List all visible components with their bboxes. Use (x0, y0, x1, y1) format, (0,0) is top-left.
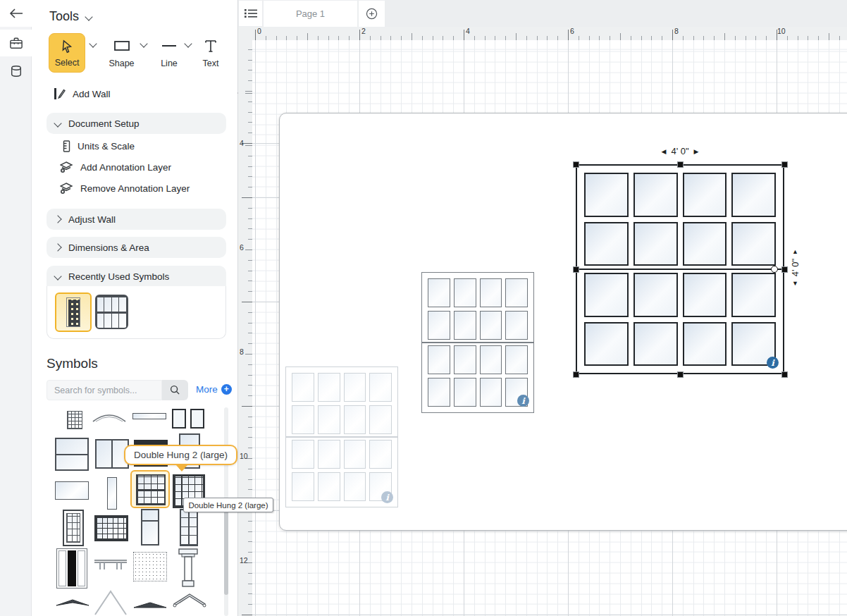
add-annotation-layer-item[interactable]: Add Annotation Layer (60, 161, 171, 173)
shape-dropdown-chevron-icon[interactable] (140, 39, 147, 47)
symbol-glazed-door[interactable] (63, 510, 84, 546)
window-pane (633, 273, 678, 317)
symbol-double-window[interactable] (55, 438, 89, 471)
toolbox-button[interactable] (0, 30, 32, 56)
layer-add-icon (60, 161, 73, 173)
document-setup-header: Document Setup (68, 118, 140, 129)
symbol-open-casement[interactable] (171, 407, 205, 429)
shape-tool-button[interactable]: Shape (102, 33, 141, 73)
symbol-search-input[interactable] (47, 380, 162, 400)
line-tool-button[interactable]: Line (152, 33, 187, 73)
add-wall-button[interactable]: Add Wall (54, 87, 111, 100)
window-pane (318, 373, 340, 402)
window-pane (318, 440, 340, 469)
recent-symbol-window[interactable] (95, 295, 128, 329)
info-icon[interactable]: i (767, 357, 779, 369)
units-scale-item[interactable]: Units & Scale (63, 140, 135, 152)
arrow-right-icon: ▶ (694, 148, 699, 155)
resize-handle-sw[interactable] (573, 371, 579, 378)
back-button[interactable] (0, 0, 32, 27)
section-recently-used[interactable]: Recently Used Symbols (47, 266, 226, 287)
window-pane (683, 222, 727, 266)
text-tool-label: Text (203, 58, 219, 68)
resize-handle-n[interactable] (677, 161, 684, 168)
window-pane (292, 373, 314, 402)
drawing-canvas[interactable]: i i i ◀ 4' 0" ▶ (252, 40, 847, 616)
info-icon[interactable]: i (517, 395, 529, 407)
search-icon (170, 385, 180, 395)
vertical-ruler: 4 6 8 10 12 (238, 40, 252, 616)
app-window: Tools Select Shape Line Text Add Wall (0, 0, 847, 616)
symbol-roof-chevron[interactable] (172, 593, 207, 609)
symbol-door-with-sidelights[interactable] (56, 548, 87, 589)
line-icon (161, 38, 178, 54)
section-dimensions-area[interactable]: Dimensions & Area (47, 237, 226, 258)
select-tool-button[interactable]: Select (49, 33, 85, 73)
symbol-roof-gable[interactable] (93, 589, 128, 616)
left-rail (0, 0, 32, 616)
window-symbol-selected[interactable]: i (576, 164, 784, 374)
remove-annotation-layer-item[interactable]: Remove Annotation Layer (60, 183, 190, 195)
add-page-button[interactable] (359, 1, 385, 27)
symbol-hatched-area[interactable] (133, 552, 167, 581)
text-tool-button[interactable]: Text (195, 33, 226, 73)
window-pane (292, 472, 314, 501)
rectangle-shape-icon (113, 38, 130, 54)
hruler-number: 8 (674, 27, 679, 35)
dimensions-area-header: Dimensions & Area (68, 242, 149, 253)
window-pane (505, 278, 528, 307)
section-adjust-wall[interactable]: Adjust Wall (47, 209, 226, 230)
window-symbol-ghost[interactable]: i (285, 366, 398, 507)
window-pane (454, 345, 476, 374)
symbol-single-pane-window[interactable] (55, 481, 89, 500)
resize-handle-ne[interactable] (781, 161, 788, 168)
width-dimension-label: ◀ 4' 0" ▶ (638, 146, 722, 156)
resize-handle-w[interactable] (573, 266, 579, 273)
window-symbol-unselected[interactable]: i (421, 272, 534, 413)
resize-handle-se[interactable] (781, 371, 788, 378)
symbol-bow-window[interactable] (92, 412, 127, 423)
list-icon (245, 8, 257, 18)
tools-menu[interactable]: Tools (49, 9, 92, 24)
symbol-roof-low-pitch[interactable] (55, 596, 90, 609)
window-pane (683, 322, 727, 366)
window-pane (505, 345, 528, 374)
symbol-search-button[interactable] (162, 380, 188, 400)
vruler-number: 10 (240, 452, 248, 460)
plus-circle-icon (366, 8, 378, 20)
window-pane (584, 273, 629, 317)
page-list-button[interactable] (239, 1, 262, 26)
resize-handle-e[interactable] (781, 266, 788, 273)
section-document-setup[interactable]: Document Setup (47, 113, 226, 134)
symbol-small-grid-window[interactable] (67, 411, 82, 429)
window-pane (480, 278, 502, 307)
symbol-vertical-two-pane[interactable] (141, 509, 159, 546)
connection-point-handle[interactable] (771, 266, 778, 273)
symbol-narrow-pane[interactable] (107, 477, 117, 510)
resize-handle-s[interactable] (677, 371, 684, 378)
symbol-double-hung-2-large-selected[interactable] (130, 470, 170, 508)
symbols-scrollbar-thumb[interactable] (224, 502, 228, 595)
symbol-table[interactable] (93, 558, 128, 571)
door-glyph (66, 297, 80, 327)
select-dropdown-chevron-icon[interactable] (89, 39, 97, 47)
window-pane (633, 222, 678, 266)
symbol-dense-grid-window[interactable] (94, 515, 128, 541)
symbol-column[interactable] (176, 548, 200, 589)
recent-symbol-door[interactable] (55, 292, 92, 332)
resize-handle-nw[interactable] (573, 161, 579, 168)
wall-pencil-icon (54, 87, 66, 100)
symbol-roof-flat-triangle[interactable] (132, 600, 168, 609)
more-symbols-link[interactable]: More + (196, 384, 232, 395)
more-label: More (196, 384, 218, 395)
info-icon[interactable]: i (381, 491, 393, 503)
window-pane (633, 322, 678, 366)
meeting-rail (422, 342, 533, 343)
database-button[interactable] (0, 58, 32, 85)
symbol-flat-window[interactable] (132, 413, 166, 419)
window-pane (584, 222, 629, 266)
cursor-icon (60, 39, 74, 54)
height-dimension-label: ▲ 4' 0" ▼ (790, 248, 800, 340)
symbol-tall-eight-pane[interactable] (180, 509, 198, 546)
tab-page-1[interactable]: Page 1 (264, 1, 357, 27)
